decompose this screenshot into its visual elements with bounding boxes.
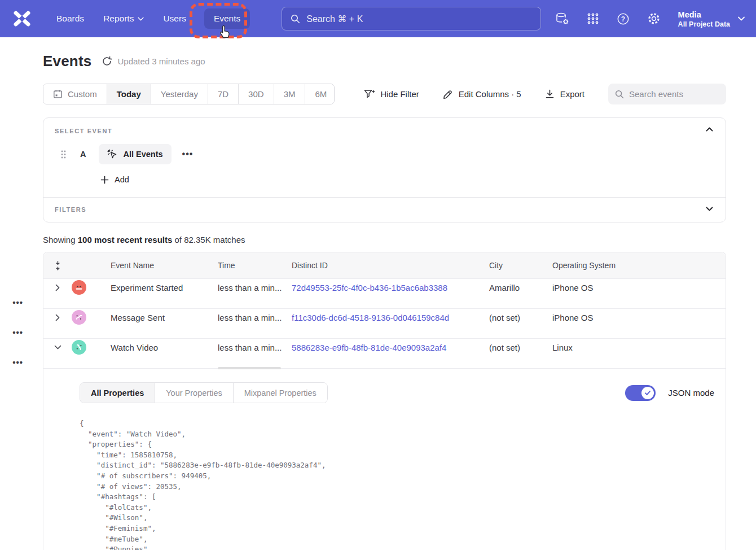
collapse-section-button[interactable] (704, 125, 715, 134)
nav-item-reports[interactable]: Reports (102, 8, 145, 29)
date-range-yesterday[interactable]: Yesterday (151, 84, 208, 104)
search-events-input[interactable] (629, 89, 719, 99)
event-avatar (72, 280, 86, 295)
nav-item-label: Boards (56, 14, 84, 24)
distinct-id-link[interactable]: f11c30d6-dc6d-4518-9136-0d046159c84d (292, 313, 449, 322)
collapse-row-chevron-icon[interactable] (51, 342, 65, 353)
distinct-id-link[interactable]: 5886283e-e9fb-48fb-81de-40e9093a2af4 (292, 343, 446, 352)
updated-text: Updated 3 minutes ago (117, 56, 205, 66)
drag-handle-icon[interactable] (61, 150, 66, 159)
date-range-custom[interactable]: Custom (43, 84, 107, 104)
column-header-city[interactable]: City (489, 261, 552, 270)
hide-filter-button[interactable]: Hide Filter (364, 89, 419, 99)
hide-filter-label: Hide Filter (380, 89, 419, 99)
column-header-distinct-id[interactable]: Distinct ID (292, 261, 489, 270)
refresh-icon[interactable] (102, 56, 112, 67)
mixpanel-events-page: Boards Reports Users Events Search ⌘ + K (0, 0, 756, 550)
search-icon (291, 14, 300, 24)
row-more-options-button[interactable]: ••• (12, 328, 72, 337)
cell-os: Linux (552, 343, 726, 352)
cell-os: iPhone OS (552, 313, 726, 322)
table-row-expanded[interactable]: Watch Video less than a min... 5886283e-… (43, 338, 726, 368)
event-more-options-button[interactable]: ••• (182, 149, 194, 159)
settings-gear-icon[interactable] (647, 12, 661, 25)
data-management-icon[interactable] (555, 12, 569, 25)
date-range-30d[interactable]: 30D (238, 84, 274, 104)
cell-city: (not set) (489, 343, 552, 352)
expand-row-chevron-icon[interactable] (52, 281, 63, 295)
funnel-icon (364, 89, 375, 99)
global-search-placeholder: Search ⌘ + K (306, 14, 363, 24)
edit-columns-button[interactable]: Edit Columns · 5 (443, 89, 521, 99)
pencil-icon (443, 89, 453, 99)
expand-filters-button[interactable] (704, 204, 715, 213)
event-row-letter: A (80, 150, 86, 159)
date-range-label: Today (117, 89, 141, 99)
column-header-time[interactable]: Time (218, 261, 292, 270)
global-search-button[interactable]: Search ⌘ + K (282, 7, 541, 30)
cell-time: less than a min... (218, 283, 292, 293)
results-prefix: Showing (43, 235, 78, 245)
event-selector-pill[interactable]: All Events (99, 144, 171, 164)
events-table: Event Name Time Distinct ID City Operati… (43, 252, 726, 550)
apps-grid-icon[interactable] (587, 12, 599, 25)
navbar-right: ? Media All Project Data (555, 10, 745, 28)
event-avatar (72, 340, 86, 355)
results-summary: Showing 100 most recent results of 82.35… (43, 235, 726, 245)
filters-label: FILTERS (55, 206, 714, 213)
table-row[interactable]: Message Sent less than a min... f11c30d6… (43, 308, 726, 338)
column-header-event-name[interactable]: Event Name (97, 261, 218, 270)
project-name: Media (678, 10, 730, 20)
date-range-control: Custom Today Yesterday 7D 30D 3M 6M 12M (43, 84, 335, 104)
table-row[interactable]: Experiment Started less than a min... 72… (43, 278, 726, 308)
search-events-field[interactable] (608, 84, 726, 104)
magic-cursor-icon (107, 149, 117, 159)
cell-event-name: Experiment Started (97, 283, 218, 293)
cell-city: (not set) (489, 313, 552, 322)
nav-item-boards[interactable]: Boards (55, 8, 85, 29)
mixpanel-logo-icon[interactable] (14, 10, 30, 27)
query-builder-card: SELECT EVENT A (43, 117, 726, 222)
nav-item-users[interactable]: Users (162, 8, 187, 29)
tab-label: Your Properties (166, 389, 222, 398)
json-mode-toggle[interactable] (625, 385, 656, 401)
select-event-label: SELECT EVENT (55, 128, 714, 134)
search-icon (615, 90, 624, 99)
date-range-label: Yesterday (161, 89, 198, 99)
row-more-options-button[interactable]: ••• (12, 357, 72, 367)
add-event-button[interactable]: Add (100, 175, 714, 184)
date-range-6m[interactable]: 6M (305, 84, 335, 104)
row-more-options-button[interactable]: ••• (12, 298, 72, 307)
selected-event-name: All Events (123, 150, 162, 159)
date-range-3m[interactable]: 3M (274, 84, 305, 104)
tab-all-properties[interactable]: All Properties (80, 383, 155, 403)
date-range-label: Custom (68, 89, 97, 99)
horizontal-scrollbar-thumb[interactable] (218, 367, 281, 369)
tab-your-properties[interactable]: Your Properties (155, 383, 232, 403)
tab-mixpanel-properties[interactable]: Mixpanel Properties (233, 383, 327, 403)
expand-row-chevron-icon[interactable] (52, 311, 63, 325)
calendar-icon (53, 89, 63, 99)
filters-section: FILTERS (43, 198, 726, 222)
toolbar: Custom Today Yesterday 7D 30D 3M 6M 12M (43, 84, 726, 104)
edit-columns-label: Edit Columns · 5 (459, 89, 521, 99)
project-selector[interactable]: Media All Project Data (678, 10, 745, 28)
page-title: Events (43, 53, 91, 70)
cell-city: Amarillo (489, 283, 552, 293)
date-range-label: 7D (218, 89, 228, 99)
export-button[interactable]: Export (545, 89, 584, 99)
sort-icon[interactable] (51, 257, 65, 274)
date-range-7d[interactable]: 7D (208, 84, 238, 104)
distinct-id-link[interactable]: 72d49553-25fc-4f0c-b436-1b5ac6ab3388 (292, 283, 447, 293)
nav-item-events[interactable]: Events (204, 8, 250, 29)
event-avatar (72, 310, 86, 325)
tab-label: All Properties (91, 389, 144, 398)
plus-icon (100, 176, 109, 184)
date-range-today[interactable]: Today (107, 84, 151, 104)
table-header-row: Event Name Time Distinct ID City Operati… (43, 252, 726, 278)
date-range-label: 3M (284, 89, 296, 99)
column-header-os[interactable]: Operating System (552, 261, 726, 270)
help-icon[interactable]: ? (617, 12, 630, 25)
chevron-down-icon (738, 16, 745, 21)
export-label: Export (560, 89, 584, 99)
